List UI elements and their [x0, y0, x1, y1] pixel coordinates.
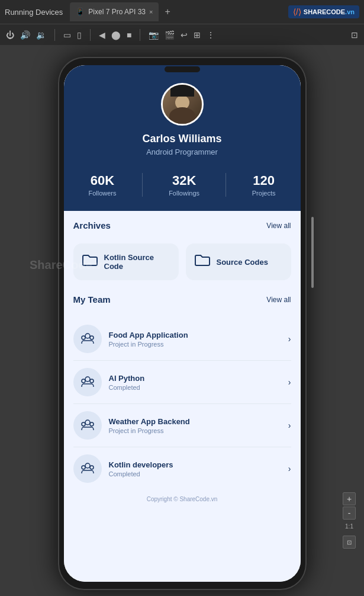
- avatar-hat: [170, 85, 194, 97]
- team-item[interactable]: Kotlin developers Completed ›: [73, 447, 291, 490]
- fold-icon[interactable]: ⊡: [351, 30, 358, 40]
- team-avatar-4: [73, 454, 102, 483]
- zoom-out-button[interactable]: -: [343, 507, 356, 520]
- rotate-landscape-icon[interactable]: ▯: [77, 30, 82, 40]
- overview-icon[interactable]: ■: [127, 30, 131, 40]
- phone-frame: Carlos Williams Android Programmer 60K F…: [58, 57, 307, 590]
- back-icon[interactable]: ◀: [99, 30, 105, 40]
- svg-point-4: [82, 379, 85, 383]
- toolbar-sep-3: [140, 29, 140, 41]
- followers-stat: 60K Followers: [88, 173, 116, 197]
- svg-point-7: [82, 422, 85, 426]
- projects-label: Projects: [252, 190, 276, 197]
- team-list: Food App Application Project in Progress…: [64, 318, 301, 490]
- svg-point-8: [90, 422, 94, 426]
- team-name-3: Weather App Backend: [109, 417, 288, 426]
- main-area: ShareCode.vn Carlos Williams Android Pro…: [0, 45, 364, 596]
- team-name-4: Kotlin developers: [109, 460, 288, 469]
- projects-value: 120: [253, 173, 275, 188]
- svg-point-9: [85, 463, 90, 468]
- phone-screen: Carlos Williams Android Programmer 60K F…: [64, 65, 301, 582]
- tab-label: Pixel 7 Pro API 33: [88, 8, 146, 16]
- kotlin-source-card[interactable]: Kotlin Source Code: [73, 243, 179, 280]
- team-chevron-3: ›: [288, 421, 291, 430]
- team-viewall-button[interactable]: View all: [266, 296, 291, 304]
- toolbar-sep-1: [54, 29, 55, 41]
- screenshot-icon[interactable]: 📷: [149, 30, 159, 40]
- zoom-in-button[interactable]: +: [343, 492, 356, 505]
- svg-point-2: [90, 336, 94, 339]
- followings-stat: 32K Followings: [169, 173, 199, 197]
- zoom-fit-button[interactable]: ⊡: [343, 536, 356, 549]
- archives-viewall-button[interactable]: View all: [266, 222, 291, 230]
- team-header: My Team View all: [73, 294, 291, 305]
- archives-header: Archives View all: [73, 220, 291, 230]
- top-bar: Running Devices 📱 Pixel 7 Pro API 33 × +…: [0, 0, 364, 24]
- tab-close-button[interactable]: ×: [149, 8, 153, 15]
- svg-point-3: [85, 377, 90, 382]
- running-devices-title: Running Devices: [5, 8, 63, 17]
- followers-value: 60K: [91, 173, 114, 188]
- team-status-2: Completed: [109, 384, 288, 391]
- profile-name: Carlos Williams: [143, 133, 222, 145]
- svg-point-1: [82, 336, 85, 339]
- source-folder-icon: [194, 253, 211, 271]
- logo-text: SHARECODE.vn: [304, 8, 355, 15]
- power-icon[interactable]: ⏻: [6, 30, 14, 40]
- tab-add-button[interactable]: +: [165, 7, 170, 17]
- followings-label: Followings: [169, 190, 199, 197]
- team-status-4: Completed: [109, 470, 288, 478]
- archives-title: Archives: [73, 220, 111, 230]
- device-tab[interactable]: 📱 Pixel 7 Pro API 33 ×: [70, 2, 159, 21]
- team-item[interactable]: Food App Application Project in Progress…: [73, 318, 291, 361]
- team-name-2: AI Python: [109, 374, 288, 383]
- team-name-1: Food App Application: [109, 331, 288, 339]
- screenrecord-icon[interactable]: 🎬: [165, 30, 175, 40]
- logo-box: ⟨/⟩ SHARECODE.vn: [288, 5, 359, 18]
- logo-area: ⟨/⟩ SHARECODE.vn: [288, 5, 359, 18]
- team-chevron-1: ›: [288, 334, 291, 344]
- team-info-4: Kotlin developers Completed: [109, 460, 288, 478]
- team-info-3: Weather App Backend Project in Progress: [109, 417, 288, 434]
- source-codes-card[interactable]: Source Codes: [186, 243, 291, 280]
- team-item[interactable]: Weather App Backend Project in Progress …: [73, 404, 291, 447]
- rotate-portrait-icon[interactable]: ▭: [63, 30, 71, 40]
- app-content: Carlos Williams Android Programmer 60K F…: [64, 65, 301, 582]
- svg-point-6: [85, 420, 90, 425]
- home-icon[interactable]: ⬤: [111, 30, 121, 40]
- toolbar: ⏻ 🔊 🔉 ▭ ▯ ◀ ⬤ ■ 📷 🎬 ↩ ⊞ ⋮ ⊡: [0, 24, 364, 45]
- avatar: [161, 83, 204, 126]
- copyright-text: Copyright © ShareCode.vn: [147, 496, 218, 502]
- source-codes-label: Source Codes: [217, 258, 268, 267]
- zoom-controls: + - 1:1 ⊡: [343, 492, 356, 549]
- zoom-label: 1:1: [345, 523, 353, 530]
- team-avatar-1: [73, 325, 102, 353]
- archive-cards-row: Kotlin Source Code Source Codes: [64, 243, 301, 285]
- team-status-3: Project in Progress: [109, 427, 288, 434]
- svg-point-5: [90, 379, 94, 383]
- extended-controls-icon[interactable]: ⊞: [194, 30, 201, 40]
- logo-icon: ⟨/⟩: [293, 7, 301, 17]
- svg-point-0: [85, 334, 90, 338]
- volume-up-icon[interactable]: 🔊: [20, 30, 30, 40]
- copyright-bar: Copyright © ShareCode.vn: [64, 490, 301, 508]
- stats-row: 60K Followers 32K Followings 120 Project…: [76, 173, 289, 197]
- projects-stat: 120 Projects: [252, 173, 276, 197]
- profile-header: Carlos Williams Android Programmer 60K F…: [64, 65, 301, 211]
- team-chevron-2: ›: [288, 377, 291, 387]
- svg-point-10: [82, 466, 85, 469]
- scroll-indicator: [311, 217, 314, 288]
- team-status-1: Project in Progress: [109, 341, 288, 348]
- team-item[interactable]: AI Python Completed ›: [73, 361, 291, 404]
- profile-role: Android Programmer: [146, 148, 218, 156]
- undo-icon[interactable]: ↩: [181, 30, 188, 40]
- toolbar-sep-2: [90, 29, 91, 41]
- more-options-icon[interactable]: ⋮: [207, 30, 215, 40]
- avatar-image: [163, 85, 202, 124]
- followers-label: Followers: [88, 190, 116, 197]
- svg-point-11: [90, 466, 94, 469]
- volume-down-icon[interactable]: 🔉: [36, 30, 46, 40]
- phone-notch: [165, 66, 200, 72]
- team-info-1: Food App Application Project in Progress: [109, 331, 288, 348]
- device-icon: 📱: [76, 8, 85, 16]
